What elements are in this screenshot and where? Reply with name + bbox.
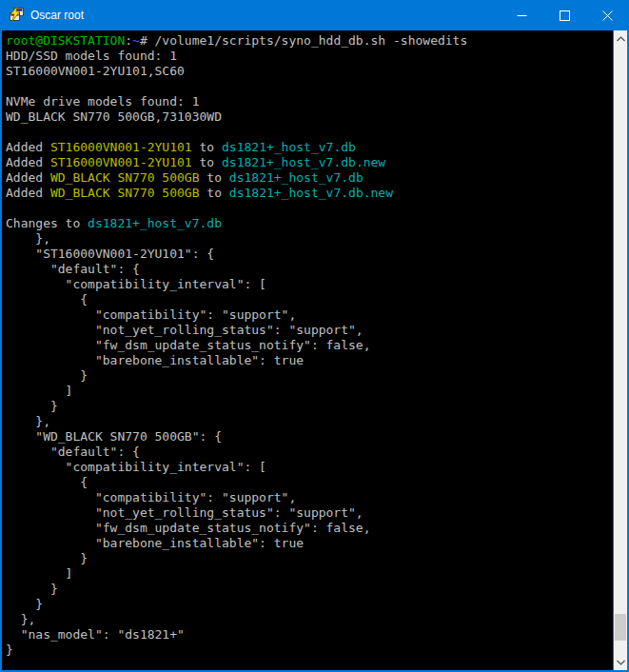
terminal-line: Added WD_BLACK SN770 500GB to ds1821+_ho… (6, 170, 613, 186)
terminal-line: "barebone_installable": true (6, 353, 613, 368)
maximize-icon (560, 10, 570, 21)
terminal-line: "not_yet_rolling_status": "support", (6, 505, 613, 521)
terminal-line: Added WD_BLACK SN770 500GB to ds1821+_ho… (6, 186, 613, 201)
terminal-line: "nas_model": "ds1821+" (6, 627, 613, 642)
terminal-line: Changes to ds1821+_host_v7.db (6, 216, 613, 231)
terminal-line: }, (6, 414, 613, 429)
terminal-line: } (6, 642, 613, 658)
terminal[interactable]: root@DISKSTATION:~# /volume1/scripts/syn… (2, 30, 613, 670)
scrollbar[interactable] (613, 30, 627, 670)
terminal-line: "compatibility": "support", (6, 490, 613, 505)
terminal-window: Oscar root root@DISKSTATION:~# /volume1/… (0, 0, 629, 672)
terminal-line: ] (6, 566, 613, 582)
chevron-up-icon[interactable] (614, 30, 627, 47)
titlebar[interactable]: Oscar root (0, 0, 629, 30)
terminal-line: "not_yet_rolling_status": "support", (6, 323, 613, 338)
terminal-line: } (6, 399, 613, 414)
terminal-line: } (6, 582, 613, 597)
window-title: Oscar root (30, 0, 501, 30)
terminal-line: { (6, 475, 613, 490)
terminal-body: root@DISKSTATION:~# /volume1/scripts/syn… (0, 30, 629, 672)
terminal-line (6, 79, 613, 94)
close-icon (602, 10, 613, 21)
terminal-line: HDD/SSD models found: 1 (6, 49, 613, 64)
terminal-line: "ST16000VN001-2YU101": { (6, 247, 613, 262)
terminal-line: NVMe drive models found: 1 (6, 94, 613, 109)
terminal-line (6, 125, 613, 140)
terminal-line: } (6, 551, 613, 566)
maximize-button[interactable] (543, 0, 586, 30)
minimize-button[interactable] (501, 0, 543, 30)
terminal-line: "default": { (6, 262, 613, 277)
terminal-line: } (6, 368, 613, 384)
terminal-line: "barebone_installable": true (6, 536, 613, 551)
close-button[interactable] (586, 0, 629, 30)
scrollbar-thumb[interactable] (615, 614, 626, 641)
chevron-down-icon[interactable] (614, 654, 627, 670)
terminal-line: "WD_BLACK SN770 500GB": { (6, 429, 613, 445)
terminal-line: "default": { (6, 445, 613, 460)
terminal-line: ] (6, 384, 613, 399)
terminal-line: "compatibility_interval": [ (6, 460, 613, 475)
terminal-line: }, (6, 231, 613, 247)
terminal-line (6, 201, 613, 216)
terminal-line: "compatibility_interval": [ (6, 277, 613, 292)
terminal-line: }, (6, 612, 613, 627)
terminal-line: "fw_dsm_update_status_notify": false, (6, 338, 613, 353)
terminal-line: ST16000VN001-2YU101,SC60 (6, 64, 613, 79)
putty-terminal-icon[interactable] (8, 7, 25, 24)
terminal-line: } (6, 597, 613, 612)
terminal-line: WD_BLACK SN770 500GB,731030WD (6, 109, 613, 125)
terminal-line: "fw_dsm_update_status_notify": false, (6, 521, 613, 536)
terminal-line: { (6, 292, 613, 307)
terminal-line: Added ST16000VN001-2YU101 to ds1821+_hos… (6, 140, 613, 155)
terminal-line: root@DISKSTATION:~# /volume1/scripts/syn… (6, 33, 613, 49)
terminal-line: "compatibility": "support", (6, 307, 613, 323)
minimize-icon (517, 10, 527, 21)
window-controls (501, 0, 629, 30)
terminal-line: Added ST16000VN001-2YU101 to ds1821+_hos… (6, 155, 613, 170)
